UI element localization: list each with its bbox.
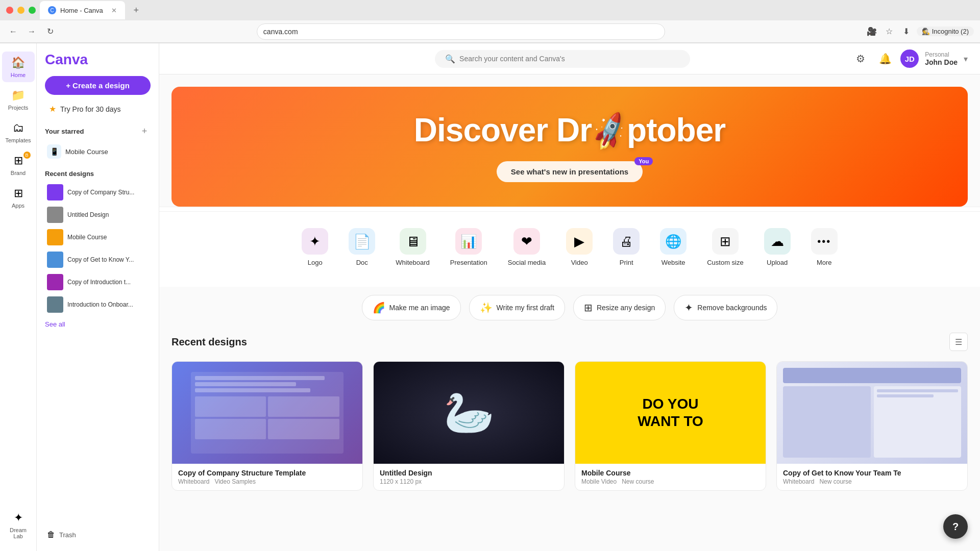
starred-header: Your starred + bbox=[45, 125, 151, 137]
resize-label: Resize any design bbox=[597, 304, 655, 312]
window-controls bbox=[6, 7, 36, 14]
sidebar-item-home[interactable]: 🏠 Home bbox=[2, 52, 35, 82]
recent-thumb bbox=[47, 274, 63, 290]
design-meta2: Video Samples bbox=[214, 478, 256, 485]
view-toggle-btn[interactable]: ☰ bbox=[949, 333, 968, 351]
make-image-label: Make me an image bbox=[389, 304, 450, 312]
design-name: Mobile Course bbox=[581, 469, 760, 477]
canva-logo: Canva bbox=[45, 52, 151, 68]
notifications-btn[interactable]: 🔔 bbox=[876, 49, 894, 68]
remove-bg-btn[interactable]: ✦ Remove backgrounds bbox=[674, 295, 777, 320]
window-maximize-btn[interactable] bbox=[29, 7, 36, 14]
user-info: Personal John Doe bbox=[925, 51, 958, 66]
resize-btn[interactable]: ⊞ Resize any design bbox=[573, 295, 666, 320]
design-info: Copy of Company Structure Template White… bbox=[172, 464, 362, 490]
new-tab-btn[interactable]: + bbox=[129, 3, 143, 17]
design-card[interactable]: Copy of Get to Know Your Team Te Whitebo… bbox=[776, 361, 968, 491]
design-type-logo[interactable]: ✦ Logo bbox=[296, 224, 334, 270]
recent-designs-title: Recent designs bbox=[172, 336, 247, 348]
help-button[interactable]: ? bbox=[943, 514, 968, 539]
settings-btn[interactable]: ⚙ bbox=[851, 49, 870, 68]
design-type-presentation[interactable]: 📊 Presentation bbox=[444, 224, 494, 270]
recent-designs-header: Recent designs ☰ bbox=[172, 333, 968, 351]
list-item[interactable]: Copy of Get to Know Y... bbox=[45, 249, 151, 270]
design-type-social-media[interactable]: ❤ Social media bbox=[502, 224, 552, 270]
sidebar-item-projects[interactable]: 📁 Projects bbox=[2, 84, 35, 115]
remove-bg-label: Remove backgrounds bbox=[697, 304, 767, 312]
video-icon: ▶ bbox=[566, 228, 593, 255]
design-type-upload[interactable]: ☁ Upload bbox=[758, 224, 797, 270]
yellow-text: DO YOUWANT TO bbox=[638, 395, 703, 430]
refresh-btn[interactable]: ↻ bbox=[43, 24, 57, 39]
trash-label: Trash bbox=[59, 531, 76, 539]
design-type-more[interactable]: ••• More bbox=[805, 224, 844, 270]
forward-btn[interactable]: → bbox=[24, 24, 39, 39]
recent-header: Recent designs bbox=[45, 170, 151, 178]
media-icon[interactable]: 🎥 bbox=[865, 24, 879, 39]
design-card[interactable]: Copy of Company Structure Template White… bbox=[172, 361, 363, 491]
make-image-btn[interactable]: 🌈 Make me an image bbox=[362, 295, 461, 320]
design-type-video[interactable]: ▶ Video bbox=[560, 224, 599, 270]
main-content: 🔍 ⚙ 🔔 JD Personal John Doe ▾ Discover Dr… bbox=[159, 43, 980, 551]
sidebar-item-templates[interactable]: 🗂 Templates bbox=[2, 117, 35, 147]
hero-banner: Discover Dr🚀ptober See what's new in pre… bbox=[172, 87, 968, 207]
try-pro-button[interactable]: ★ Try Pro for 30 days bbox=[45, 101, 151, 117]
design-thumbnail bbox=[172, 362, 362, 464]
download-icon[interactable]: ⬇ bbox=[899, 24, 914, 39]
brand-badge: B bbox=[23, 152, 31, 159]
tab-favicon: C bbox=[48, 6, 56, 14]
create-design-button[interactable]: + Create a design bbox=[45, 76, 151, 95]
window-close-btn[interactable] bbox=[6, 7, 13, 14]
website-icon: 🌐 bbox=[660, 228, 687, 255]
design-type-whiteboard[interactable]: 🖥 Whiteboard bbox=[389, 224, 435, 270]
address-bar[interactable]: canva.com bbox=[257, 23, 665, 40]
list-item[interactable]: Mobile Course bbox=[45, 227, 151, 248]
design-type-print[interactable]: 🖨 Print bbox=[607, 224, 646, 270]
app-layout: 🏠 Home 📁 Projects 🗂 Templates B ⊞ Brand … bbox=[0, 43, 980, 551]
design-type-doc[interactable]: 📄 Doc bbox=[342, 224, 381, 270]
list-item[interactable]: Untitled Design bbox=[45, 204, 151, 226]
recent-thumb bbox=[47, 229, 63, 245]
search-input[interactable] bbox=[459, 55, 680, 63]
design-card[interactable]: 🦢 Untitled Design 1120 x 1120 px bbox=[373, 361, 565, 491]
sidebar-item-dreamlab[interactable]: ✦ Dream Lab bbox=[2, 507, 35, 543]
list-item[interactable]: Copy of Introduction t... bbox=[45, 271, 151, 293]
doc-label: Doc bbox=[356, 259, 368, 266]
starred-item-name: Mobile Course bbox=[65, 148, 108, 156]
sidebar-item-apps[interactable]: ⊞ Apps bbox=[2, 182, 35, 213]
url-text: canva.com bbox=[263, 28, 658, 36]
top-bar: 🔍 ⚙ 🔔 JD Personal John Doe ▾ bbox=[159, 43, 980, 74]
add-starred-btn[interactable]: + bbox=[138, 125, 151, 137]
design-types-bar: ✦ Logo 📄 Doc 🖥 Whiteboard 📊 Presentation… bbox=[159, 207, 980, 287]
tab-close-btn[interactable]: ✕ bbox=[111, 7, 117, 14]
browser-tab-active[interactable]: C Home - Canva ✕ bbox=[40, 1, 125, 19]
list-item[interactable]: Copy of Company Stru... bbox=[45, 182, 151, 203]
design-type-custom-size[interactable]: ⊞ Custom size bbox=[701, 224, 750, 270]
browser-toolbar: ← → ↻ canva.com 🎥 ☆ ⬇ 🕵 Incognito (2) bbox=[0, 20, 980, 43]
recent-item-name: Copy of Get to Know Y... bbox=[67, 256, 134, 263]
design-type-website[interactable]: 🌐 Website bbox=[654, 224, 693, 270]
pro-star-icon: ★ bbox=[49, 104, 56, 114]
write-draft-btn[interactable]: ✨ Write my first draft bbox=[469, 295, 565, 320]
sidebar-home-label: Home bbox=[11, 72, 26, 78]
starred-item-mobile-course[interactable]: 📱 Mobile Course bbox=[45, 141, 151, 162]
whiteboard-icon: 🖥 bbox=[400, 228, 426, 255]
sidebar-dreamlab-label: Dream Lab bbox=[5, 527, 32, 539]
designs-grid: Copy of Company Structure Template White… bbox=[172, 361, 968, 491]
search-bar[interactable]: 🔍 bbox=[435, 50, 690, 68]
pro-btn-label: Try Pro for 30 days bbox=[60, 105, 121, 113]
sidebar-item-brand[interactable]: B ⊞ Brand bbox=[2, 149, 35, 180]
back-btn[interactable]: ← bbox=[6, 24, 20, 39]
hero-cta-btn[interactable]: See what's new in presentations bbox=[497, 161, 643, 182]
apps-icon: ⊞ bbox=[11, 186, 26, 201]
star-icon[interactable]: ☆ bbox=[882, 24, 896, 39]
write-draft-label: Write my first draft bbox=[497, 304, 554, 312]
see-all-link[interactable]: See all bbox=[45, 320, 65, 328]
design-meta: Whiteboard New course bbox=[783, 478, 961, 485]
window-minimize-btn[interactable] bbox=[17, 7, 24, 14]
social-media-icon: ❤ bbox=[513, 228, 540, 255]
design-name: Untitled Design bbox=[380, 469, 558, 477]
trash-button[interactable]: 🗑 Trash bbox=[45, 526, 151, 543]
design-card[interactable]: DO YOUWANT TO Mobile Course Mobile Video… bbox=[575, 361, 766, 491]
list-item[interactable]: Introduction to Onboar... bbox=[45, 294, 151, 315]
